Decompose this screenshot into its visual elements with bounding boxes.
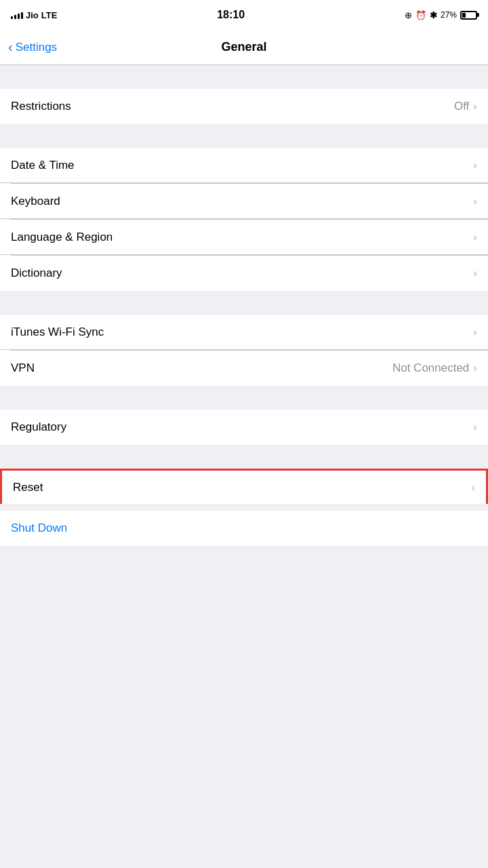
itunes-wifi-sync-row[interactable]: iTunes Wi-Fi Sync ›	[0, 315, 488, 350]
section-gap-top	[0, 65, 488, 89]
date-time-label: Date & Time	[11, 159, 75, 172]
itunes-wifi-sync-chevron-icon: ›	[473, 326, 477, 339]
date-time-row[interactable]: Date & Time ›	[0, 148, 488, 183]
reset-row[interactable]: Reset ›	[0, 469, 488, 504]
keyboard-label: Keyboard	[11, 195, 60, 208]
section-gap-4	[0, 445, 488, 469]
restrictions-row[interactable]: Restrictions Off ›	[0, 89, 488, 124]
regulatory-section: Regulatory ›	[0, 410, 488, 445]
shutdown-row[interactable]: Shut Down	[0, 511, 488, 546]
vpn-row[interactable]: VPN Not Connected ›	[0, 351, 488, 386]
restrictions-value-text: Off	[454, 100, 469, 113]
restrictions-chevron-icon: ›	[473, 100, 477, 113]
regulatory-chevron-icon: ›	[473, 420, 477, 434]
date-time-right: ›	[473, 159, 477, 172]
page-title: General	[221, 40, 266, 54]
reset-chevron-icon: ›	[471, 481, 475, 494]
back-button[interactable]: ‹ Settings	[8, 41, 57, 54]
section-gap-1	[0, 124, 488, 148]
alarm-icon: ⏰	[415, 10, 426, 20]
date-keyboard-section: Date & Time › Keyboard › Language & Regi…	[0, 148, 488, 291]
restrictions-label: Restrictions	[11, 100, 71, 113]
nav-bar: ‹ Settings General	[0, 30, 488, 65]
battery-fill	[462, 13, 466, 18]
regulatory-right: ›	[473, 420, 477, 434]
battery-container	[460, 11, 477, 20]
language-region-label: Language & Region	[11, 231, 113, 244]
bluetooth-icon: ✱	[430, 10, 437, 20]
location-icon: ⊕	[405, 10, 412, 20]
bar3	[18, 14, 20, 19]
section-gap-3	[0, 386, 488, 410]
dictionary-row[interactable]: Dictionary ›	[0, 256, 488, 291]
status-bar: Jio LTE 18:10 ⊕ ⏰ ✱ 27%	[0, 0, 488, 30]
shutdown-section: Shut Down	[0, 511, 488, 546]
network-section: iTunes Wi-Fi Sync › VPN Not Connected ›	[0, 315, 488, 386]
reset-right: ›	[471, 481, 475, 494]
keyboard-row[interactable]: Keyboard ›	[0, 184, 488, 219]
shutdown-label[interactable]: Shut Down	[11, 521, 67, 535]
section-gap-5	[0, 504, 488, 511]
status-left: Jio LTE	[11, 10, 57, 20]
network-type-label: LTE	[41, 10, 58, 20]
battery-percent-label: 27%	[441, 10, 457, 20]
status-time: 18:10	[217, 9, 245, 21]
bar4	[21, 12, 23, 19]
section-gap-2	[0, 291, 488, 315]
status-right: ⊕ ⏰ ✱ 27%	[405, 10, 477, 20]
keyboard-right: ›	[473, 195, 477, 208]
language-region-chevron-icon: ›	[473, 231, 477, 244]
vpn-label: VPN	[11, 361, 35, 375]
language-region-row[interactable]: Language & Region ›	[0, 220, 488, 255]
restrictions-value: Off ›	[454, 100, 477, 113]
restrictions-section: Restrictions Off ›	[0, 89, 488, 124]
dictionary-right: ›	[473, 267, 477, 280]
dictionary-chevron-icon: ›	[473, 267, 477, 280]
reset-section: Reset ›	[0, 469, 488, 504]
date-time-chevron-icon: ›	[473, 159, 477, 172]
battery-icon	[460, 11, 477, 20]
back-label[interactable]: Settings	[16, 41, 57, 54]
keyboard-chevron-icon: ›	[473, 195, 477, 208]
bar1	[11, 16, 13, 19]
vpn-chevron-icon: ›	[473, 361, 477, 375]
bar2	[14, 15, 16, 19]
language-region-right: ›	[473, 231, 477, 244]
regulatory-label: Regulatory	[11, 420, 66, 434]
itunes-wifi-sync-right: ›	[473, 326, 477, 339]
signal-bars-icon	[11, 11, 23, 19]
regulatory-row[interactable]: Regulatory ›	[0, 410, 488, 445]
itunes-wifi-sync-label: iTunes Wi-Fi Sync	[11, 326, 104, 339]
carrier-label: Jio	[26, 10, 39, 20]
vpn-value-text: Not Connected	[392, 361, 469, 375]
dictionary-label: Dictionary	[11, 267, 62, 280]
vpn-right: Not Connected ›	[392, 361, 477, 375]
back-chevron-icon: ‹	[8, 40, 13, 54]
reset-label: Reset	[13, 481, 43, 494]
